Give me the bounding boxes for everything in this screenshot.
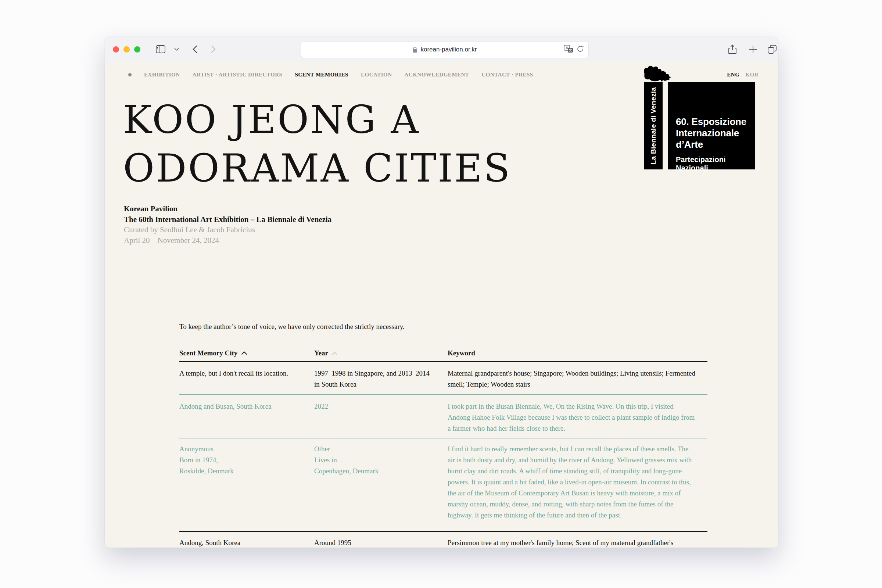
- biennale-logo: La Biennale di Venezia 60. Esposizione I…: [644, 82, 755, 170]
- title-line-2: ODORAMA CITIES: [123, 146, 511, 191]
- header-scent-memory-city[interactable]: Scent Memory City: [179, 349, 314, 357]
- cell-year: 2022: [314, 401, 448, 434]
- toolbar-divider: [168, 45, 168, 54]
- biennale-lion-icon: [642, 65, 672, 85]
- translate-icon[interactable]: A 文: [564, 45, 573, 55]
- cell-city: Andong and Busan, South Korea: [179, 401, 314, 434]
- cell-city: A temple, but I don't recall its locatio…: [179, 368, 314, 390]
- sort-asc-muted-icon[interactable]: [332, 352, 338, 355]
- biennale-vertical-banner: La Biennale di Venezia: [644, 82, 663, 170]
- header-keyword[interactable]: Keyword: [448, 349, 707, 357]
- scent-memories-table: Scent Memory City Year Keyword A temple,…: [179, 349, 707, 548]
- page-content: EXHIBITION ARTIST · ARTISTIC DIRECTORS S…: [105, 62, 778, 548]
- table-header-row: Scent Memory City Year Keyword: [179, 349, 707, 362]
- nav-bullet-icon: [128, 73, 132, 76]
- nav-item-location[interactable]: LOCATION: [361, 72, 392, 78]
- url-text: korean-pavilion.or.kr: [420, 46, 477, 53]
- nav-item-exhibition[interactable]: EXHIBITION: [144, 72, 180, 78]
- table-row: Andong and Busan, South Korea 2022 I too…: [179, 395, 707, 438]
- table-row: A temple, but I don't recall its locatio…: [179, 362, 707, 395]
- svg-text:文: 文: [568, 48, 572, 52]
- lang-kor-button[interactable]: KOR: [745, 72, 759, 78]
- zoom-window-button[interactable]: [134, 46, 140, 52]
- biennale-square: 60. Esposizione Internazionale d’Arte Pa…: [668, 82, 755, 170]
- header-city-label: Scent Memory City: [179, 349, 237, 357]
- sidebar-icon[interactable]: [153, 37, 168, 62]
- cell-city: Andong, South Korea: [179, 537, 314, 548]
- meta-exhibition: The 60th International Art Exhibition – …: [124, 214, 778, 225]
- sort-asc-icon[interactable]: [241, 351, 248, 355]
- main-navigation: EXHIBITION ARTIST · ARTISTIC DIRECTORS S…: [105, 62, 778, 78]
- desktop-background: korean-pavilion.or.kr A 文: [0, 0, 882, 588]
- nav-item-acknowledgement[interactable]: ACKNOWLEDGEMENT: [405, 72, 469, 78]
- biennale-vertical-text: La Biennale di Venezia: [650, 87, 657, 164]
- table-row: Andong, South Korea Around 1995 Persimmo…: [179, 532, 707, 548]
- meta-curators: Curated by Seolhui Lee & Jacob Fabricius: [124, 225, 778, 235]
- back-icon[interactable]: [189, 37, 201, 62]
- refresh-icon[interactable]: [577, 45, 584, 54]
- minimize-window-button[interactable]: [123, 46, 130, 52]
- meta-pavilion: Korean Pavilion: [124, 204, 778, 214]
- language-switcher: ENG KOR: [727, 72, 759, 78]
- lang-eng-button[interactable]: ENG: [727, 72, 740, 78]
- browser-toolbar: korean-pavilion.or.kr A 文: [105, 37, 778, 62]
- cell-year: 1997–1998 in Singapore, and 2013–2014 in…: [314, 368, 448, 390]
- header-year-label: Year: [314, 349, 328, 357]
- title-line-1: KOO JEONG A: [123, 98, 420, 142]
- cell-keyword: Maternal grandparent's house; Singapore;…: [448, 368, 707, 390]
- logo-line-2: Internazionale: [676, 128, 750, 139]
- nav-item-scent-memories[interactable]: SCENT MEMORIES: [295, 72, 348, 78]
- browser-window: korean-pavilion.or.kr A 文: [105, 37, 778, 548]
- chevron-down-icon[interactable]: [171, 37, 182, 62]
- meta-dates: April 20 – November 24, 2024: [124, 235, 778, 246]
- header-keyword-label: Keyword: [448, 349, 475, 357]
- share-icon[interactable]: [725, 37, 740, 62]
- cell-keyword: Persimmon tree at my mother's family hom…: [448, 537, 707, 548]
- exhibition-meta: Korean Pavilion The 60th International A…: [124, 204, 778, 246]
- table-row: Anonymous Born in 1974, Roskilde, Denmar…: [179, 438, 707, 532]
- lock-icon: [412, 46, 417, 53]
- forward-icon[interactable]: [207, 37, 219, 62]
- cell-keyword: I took part in the Busan Biennale, We, O…: [448, 401, 707, 434]
- cell-year: Around 1995: [314, 537, 448, 548]
- new-tab-icon[interactable]: [746, 37, 760, 62]
- nav-item-contact-press[interactable]: CONTACT · PRESS: [482, 72, 533, 78]
- address-bar[interactable]: korean-pavilion.or.kr A 文: [301, 41, 589, 58]
- tabs-overview-icon[interactable]: [765, 37, 778, 62]
- cell-keyword: I find it hard to really remember scents…: [448, 444, 707, 521]
- nav-item-artist-directors[interactable]: ARTIST · ARTISTIC DIRECTORS: [193, 72, 283, 78]
- window-controls: [113, 46, 140, 52]
- intro-note: To keep the author’s tone of voice, we h…: [179, 322, 778, 331]
- cell-year: Other Lives in Copenhagen, Denmark: [314, 444, 448, 521]
- logo-line-1: 60. Esposizione: [676, 116, 750, 128]
- logo-line-3: d’Arte: [676, 139, 750, 150]
- cell-city: Anonymous Born in 1974, Roskilde, Denmar…: [179, 444, 314, 521]
- close-window-button[interactable]: [113, 46, 119, 52]
- header-year[interactable]: Year: [314, 349, 448, 357]
- logo-subline: Partecipazioni Nazionali: [676, 156, 750, 172]
